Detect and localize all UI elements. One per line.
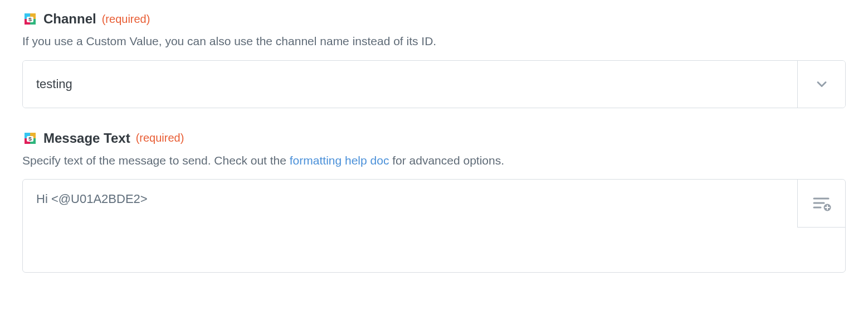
message-text-label: Message Text (43, 130, 130, 146)
channel-label: Channel (43, 11, 96, 27)
message-text-field-group: S Message Text (required) Specify text o… (22, 130, 846, 273)
channel-label-row: S Channel (required) (22, 11, 846, 27)
chevron-down-icon (814, 76, 830, 92)
message-text-description-suffix: for advanced options. (389, 154, 504, 167)
channel-dropdown-caret[interactable] (797, 61, 845, 108)
message-text-input[interactable]: Hi <@U01A2BDE2> (23, 180, 795, 235)
formatting-help-link[interactable]: formatting help doc (290, 154, 389, 167)
message-text-description: Specify text of the message to send. Che… (22, 152, 846, 170)
slack-icon: S (22, 11, 38, 27)
slack-icon: S (22, 130, 38, 146)
message-text-input-wrapper: Hi <@U01A2BDE2> (22, 179, 846, 273)
svg-text:S: S (28, 17, 32, 22)
message-text-label-row: S Message Text (required) (22, 130, 846, 146)
message-text-description-prefix: Specify text of the message to send. Che… (22, 154, 290, 167)
channel-description: If you use a Custom Value, you can also … (22, 32, 846, 50)
svg-text:S: S (28, 136, 32, 142)
channel-field-group: S Channel (required) If you use a Custom… (22, 11, 846, 108)
channel-dropdown[interactable]: testing (22, 60, 846, 108)
message-text-required-tag: (required) (136, 132, 184, 144)
channel-dropdown-value: testing (23, 61, 797, 108)
insert-data-button[interactable] (797, 180, 845, 228)
insert-list-plus-icon (812, 195, 832, 212)
channel-required-tag: (required) (102, 13, 150, 26)
